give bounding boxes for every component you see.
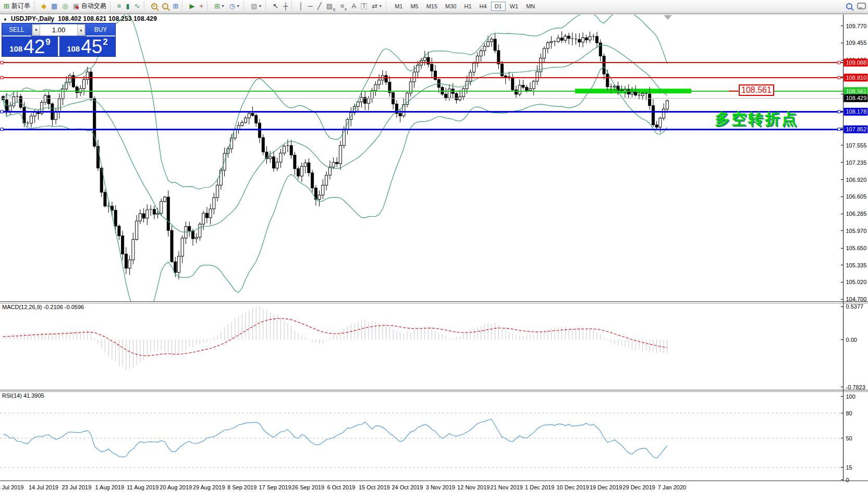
sell-button[interactable]: SELL	[2, 23, 31, 36]
signals-icon[interactable]: ◎	[60, 1, 70, 12]
svg-text:104.700: 104.700	[846, 296, 867, 302]
cursor-icon[interactable]: ↖	[271, 1, 280, 12]
timeframe-m30[interactable]: M30	[442, 2, 460, 11]
horizontal-line-icon[interactable]: ─	[306, 1, 315, 12]
line-handle[interactable]	[838, 110, 840, 113]
volume-down-button[interactable]: ▼	[32, 24, 40, 35]
volume-input[interactable]: 1.00	[40, 24, 77, 35]
timeframe-h1[interactable]: H1	[461, 2, 475, 11]
candle	[427, 57, 430, 64]
line-handle[interactable]	[838, 76, 840, 79]
support-price-label[interactable]: 108.561	[739, 84, 774, 96]
dropdown-caret-icon[interactable]: ▼	[378, 4, 382, 8]
candle	[483, 46, 486, 51]
toolbar-separator	[265, 2, 269, 11]
price-axis[interactable]: 109.770109.455109.135108.820108.505108.1…	[841, 15, 868, 481]
bar-chart-icon[interactable]: ≡	[115, 1, 124, 12]
templates-icon[interactable]: ▧▼	[249, 1, 264, 12]
new-order-button[interactable]: ⊞新订单	[2, 1, 32, 12]
candle	[62, 89, 64, 99]
time-axis[interactable]: 4 Jul 201914 Jul 201923 Jul 20191 Aug 20…	[0, 484, 686, 490]
chart-shift-marker[interactable]	[664, 15, 672, 20]
timeframe-m5[interactable]: M5	[407, 2, 422, 11]
buy-price[interactable]: 108 45 2	[59, 36, 115, 56]
candle	[136, 221, 138, 239]
svg-text:15 Oct 2019: 15 Oct 2019	[359, 484, 390, 490]
candle	[445, 94, 447, 98]
svg-text:106.920: 106.920	[846, 177, 867, 183]
zoom-out-icon[interactable]: -	[160, 1, 170, 12]
sell-price-big: 42	[23, 39, 45, 55]
candle	[251, 114, 254, 116]
autotrade-button[interactable]: ▣自动交易	[71, 1, 108, 12]
text-icon[interactable]: A	[350, 1, 359, 12]
svg-text:109.088: 109.088	[846, 59, 867, 66]
candle	[336, 162, 338, 164]
line-handle[interactable]	[1, 76, 3, 79]
tile-windows-icon[interactable]: ⊞	[171, 1, 181, 12]
timeframe-w1[interactable]: W1	[506, 2, 522, 11]
new-chart-glyph: ⊞	[214, 3, 220, 9]
svg-text:0.00: 0.00	[846, 337, 857, 343]
timeframe-mn[interactable]: MN	[522, 2, 539, 11]
candle	[276, 162, 278, 168]
market-watch-icon[interactable]: ◆	[39, 1, 48, 12]
line-handle[interactable]	[1, 62, 3, 64]
profiles-icon[interactable]: ◷▼	[227, 1, 242, 12]
trendline-icon[interactable]: ╱	[315, 1, 324, 12]
candle	[515, 90, 518, 94]
crosshair-icon[interactable]: ┼	[281, 1, 290, 12]
candle	[125, 254, 127, 268]
candle	[128, 260, 131, 268]
candle	[564, 36, 567, 40]
candle	[378, 80, 381, 85]
timeframe-d1[interactable]: D1	[491, 2, 506, 11]
data-window-icon[interactable]: ▦	[49, 1, 59, 12]
candle	[325, 175, 328, 185]
turning-point-note[interactable]: 多空转折点	[715, 109, 798, 130]
timeframe-h4[interactable]: H4	[476, 2, 491, 11]
buy-button[interactable]: BUY	[86, 23, 115, 36]
line-handle[interactable]	[838, 128, 840, 131]
candle	[649, 94, 651, 105]
shift-chart-glyph: +	[199, 3, 203, 9]
candle	[487, 42, 490, 46]
candle	[279, 153, 282, 162]
svg-text:100: 100	[846, 393, 855, 400]
volume-up-button[interactable]: ▲	[77, 24, 85, 35]
autoscroll-icon[interactable]: ▶	[187, 1, 197, 12]
candle	[557, 38, 559, 42]
text-label-icon[interactable]: T	[359, 1, 369, 12]
community-icon[interactable]	[855, 1, 868, 12]
timeframe-m1[interactable]: M1	[391, 2, 406, 11]
equidistant-channel-icon[interactable]: ▨E	[324, 1, 338, 12]
collapse-panel-icon[interactable]: ▲	[3, 17, 7, 21]
fibonacci-icon[interactable]: ≡F	[338, 1, 349, 12]
candlestick-chart-icon[interactable]: ▮	[124, 1, 131, 12]
timeframe-m15[interactable]: M15	[423, 2, 441, 11]
dropdown-caret-icon[interactable]: ▼	[236, 4, 240, 8]
search-icon[interactable]	[844, 1, 854, 12]
line-chart-icon[interactable]: ∿	[132, 1, 142, 12]
svg-text:12 Nov 2019: 12 Nov 2019	[457, 484, 490, 490]
vertical-line-icon[interactable]: │	[297, 1, 305, 12]
candle	[216, 185, 219, 198]
line-handle[interactable]	[838, 62, 840, 64]
candle	[209, 209, 212, 218]
new-order-button-label: 新订单	[11, 2, 30, 10]
svg-text:105.335: 105.335	[846, 262, 867, 268]
candle	[631, 92, 633, 94]
candle	[497, 51, 500, 64]
new-chart-icon[interactable]: ⊞▼	[212, 1, 227, 12]
arrows-icon[interactable]: ⇄▼	[370, 1, 384, 12]
dropdown-caret-icon[interactable]: ▼	[258, 4, 262, 8]
zoom-in-icon[interactable]: +	[149, 1, 160, 12]
svg-text:23 Jul 2019: 23 Jul 2019	[62, 484, 91, 490]
line-handle[interactable]	[1, 110, 3, 113]
dropdown-caret-icon[interactable]: ▼	[221, 4, 225, 8]
shift-chart-icon[interactable]: +	[197, 1, 205, 12]
sell-price[interactable]: 108 42 9	[2, 36, 58, 56]
candle	[47, 95, 50, 104]
candle	[399, 114, 401, 116]
line-handle[interactable]	[1, 128, 3, 131]
